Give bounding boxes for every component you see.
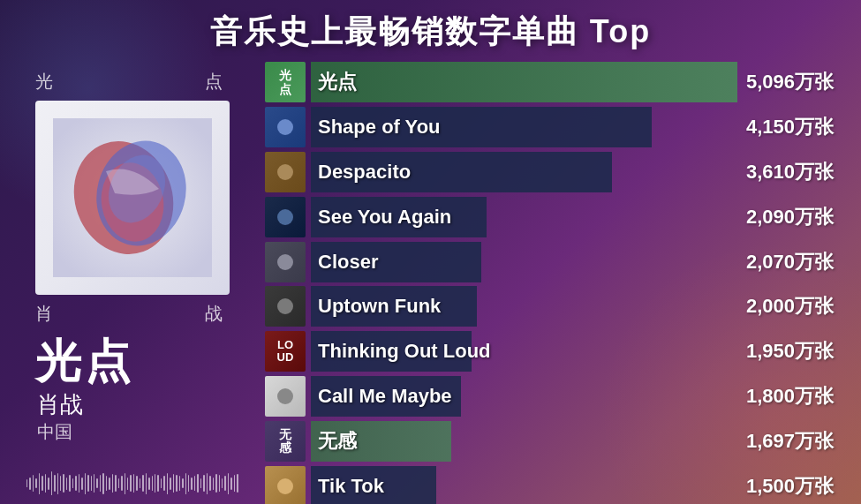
wave-bar bbox=[87, 475, 88, 492]
chart-value: 1,800万张 bbox=[746, 383, 852, 410]
chart-row: Despacito3,610万张 bbox=[265, 151, 852, 194]
chart-value: 1,500万张 bbox=[746, 473, 852, 500]
bar-container: Uptown Funk bbox=[311, 286, 737, 327]
wave-bar bbox=[125, 473, 125, 494]
wave-bar bbox=[100, 475, 101, 492]
thumb-dot bbox=[277, 164, 293, 180]
chart-row: LO UDThinking Out Loud1,950万张 bbox=[265, 330, 852, 373]
wave-bar bbox=[207, 473, 208, 494]
wave-bar bbox=[224, 476, 225, 491]
wave-bar bbox=[127, 478, 128, 490]
artist-country: 中国 bbox=[18, 420, 72, 444]
album-label-top: 光 点 bbox=[35, 70, 230, 94]
bar-container: Call Me Maybe bbox=[311, 376, 737, 417]
album-label-bottom: 肖 战 bbox=[35, 302, 230, 326]
album-cover bbox=[35, 101, 230, 295]
bar-container: 光点 bbox=[311, 62, 737, 102]
wave-bar bbox=[66, 478, 67, 490]
chart-row: Uptown Funk2,000万张 bbox=[265, 285, 852, 328]
wave-bar bbox=[161, 478, 162, 489]
bar-container: Shape of You bbox=[311, 107, 737, 147]
wave-bar bbox=[96, 478, 97, 489]
wave-bar bbox=[215, 474, 216, 493]
wave-bar bbox=[63, 474, 64, 493]
wave-bar bbox=[60, 476, 61, 491]
song-name: Despacito bbox=[311, 161, 411, 184]
chart-value: 3,610万张 bbox=[746, 159, 852, 185]
album-label-top-left: 光 bbox=[35, 70, 60, 94]
song-name: Uptown Funk bbox=[311, 295, 441, 318]
wave-bar bbox=[176, 475, 177, 492]
chart-bar bbox=[311, 62, 737, 102]
wave-bar bbox=[109, 478, 110, 490]
wave-bar bbox=[188, 475, 189, 492]
chart-value: 2,090万张 bbox=[746, 204, 852, 230]
wave-bar bbox=[75, 476, 76, 491]
wave-bar bbox=[209, 476, 210, 491]
wave-bar bbox=[133, 474, 134, 493]
wave-bar bbox=[163, 476, 164, 491]
wave-bar bbox=[69, 475, 70, 492]
chart-thumbnail: 光 点 bbox=[265, 62, 306, 102]
wave-bar bbox=[72, 478, 73, 489]
wave-bar bbox=[200, 478, 201, 489]
wave-bar bbox=[94, 474, 94, 493]
wave-bar bbox=[33, 475, 34, 492]
song-name: Tik Tok bbox=[311, 475, 384, 498]
wave-bar bbox=[106, 476, 107, 491]
album-label-top-right: 点 bbox=[205, 70, 230, 94]
wave-bar bbox=[85, 473, 86, 494]
right-panel: 光 点光点5,096万张Shape of You4,150万张Despacito… bbox=[265, 61, 861, 504]
wave-bar bbox=[157, 475, 158, 492]
wave-bar bbox=[42, 476, 42, 491]
bar-container: See You Again bbox=[311, 197, 737, 237]
chart-thumbnail bbox=[265, 107, 306, 147]
thumb-label: 无 感 bbox=[279, 427, 291, 455]
wave-bar bbox=[191, 478, 192, 490]
chart-thumbnail bbox=[265, 152, 306, 192]
chart-row: 光 点光点5,096万张 bbox=[265, 61, 852, 104]
wave-bar bbox=[237, 474, 238, 493]
wave-bar bbox=[213, 478, 214, 490]
thumb-label: LO UD bbox=[277, 339, 294, 365]
chart-row: Closer2,070万张 bbox=[265, 240, 852, 283]
wave-bar bbox=[91, 476, 92, 491]
chart-thumbnail bbox=[265, 197, 306, 237]
chart-value: 4,150万张 bbox=[746, 114, 852, 140]
chart-thumbnail bbox=[265, 376, 306, 417]
album-label-bottom-right: 战 bbox=[205, 302, 230, 326]
chart-row: Call Me Maybe1,800万张 bbox=[265, 375, 852, 418]
bar-container: 无感 bbox=[311, 421, 737, 462]
album-art bbox=[53, 118, 212, 277]
song-name: Shape of You bbox=[311, 116, 441, 139]
wave-bar bbox=[140, 478, 140, 489]
wave-bar bbox=[102, 473, 103, 494]
song-name: 无感 bbox=[311, 428, 357, 455]
chart-value: 1,697万张 bbox=[746, 428, 852, 455]
wave-bar bbox=[79, 474, 79, 493]
song-name: See You Again bbox=[311, 206, 451, 229]
wave-bar bbox=[54, 475, 55, 492]
song-name: Call Me Maybe bbox=[311, 385, 452, 408]
wave-bar bbox=[26, 479, 27, 487]
thumb-dot bbox=[277, 254, 293, 270]
bar-container: Closer bbox=[311, 242, 737, 282]
wave-bar bbox=[194, 476, 195, 491]
song-name: 光点 bbox=[311, 69, 357, 95]
wave-bar bbox=[197, 474, 198, 493]
album-label-bottom-left: 肖 bbox=[35, 302, 60, 326]
song-name: Closer bbox=[311, 251, 378, 274]
wave-bar bbox=[142, 475, 143, 492]
wave-bar bbox=[51, 471, 52, 495]
wave-bar bbox=[115, 475, 116, 492]
wave-bar bbox=[148, 478, 149, 490]
wave-bar bbox=[45, 474, 46, 493]
thumb-dot bbox=[277, 209, 293, 225]
artist-name: 光点 bbox=[18, 331, 134, 393]
wave-bar bbox=[185, 473, 186, 494]
main-content: 光 点 肖 bbox=[0, 61, 861, 504]
chart-thumbnail bbox=[265, 466, 306, 504]
chart-value: 5,096万张 bbox=[746, 69, 852, 95]
chart-row: 无 感无感1,697万张 bbox=[265, 419, 852, 463]
thumb-label: 光 点 bbox=[279, 69, 291, 96]
